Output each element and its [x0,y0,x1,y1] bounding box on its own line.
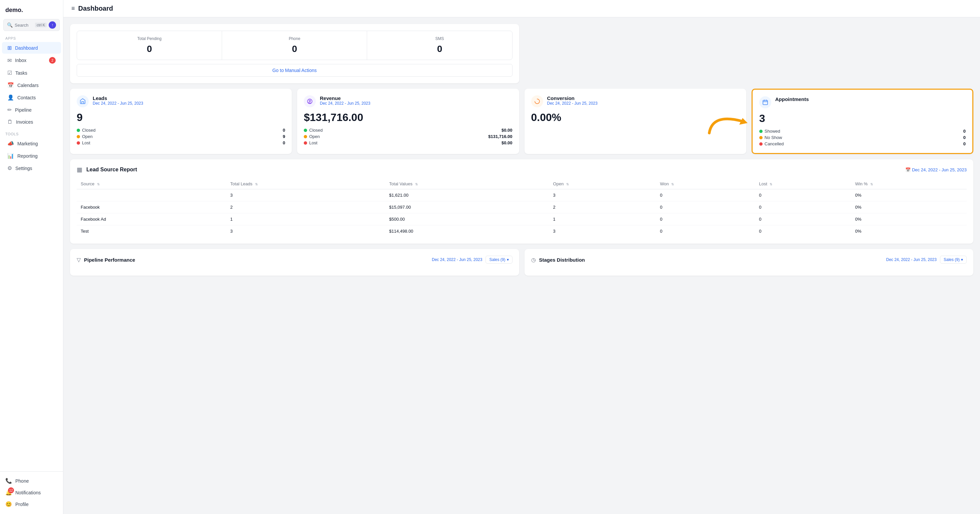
sms-stat: SMS 0 [367,31,512,60]
leads-closed-row: Closed 0 [77,128,285,133]
row3-win-pct: 0% [851,213,967,225]
leads-card: Leads Dec 24, 2022 - Jun 25, 2023 9 Clos… [70,89,292,154]
pipeline-dropdown-label: Sales (9) [489,257,505,262]
sidebar-item-label-contacts: Contacts [18,95,36,100]
col-win-pct: Win % ⇅ [851,179,967,189]
sidebar-item-settings[interactable]: ⚙ Settings [2,162,61,174]
sidebar-item-tasks[interactable]: ☑ Tasks [2,67,61,79]
revenue-lost-label: Lost [304,140,317,145]
leads-lost-label: Lost [77,140,91,145]
sidebar-item-label-dashboard: Dashboard [15,45,38,51]
search-bar[interactable]: 🔍 Search ctrl K ↑ [3,19,60,31]
revenue-open-label: Open [304,134,320,139]
row3-total-leads: 1 [226,213,385,225]
conversion-total: 0.00% [531,111,740,124]
pipeline-date: Dec 24, 2022 - Jun 25, 2023 [432,257,482,262]
sidebar-item-label-profile: Profile [15,502,29,507]
sidebar-item-notifications[interactable]: 🔔 12 Notifications [0,487,63,498]
col-won: Won ⇅ [656,179,755,189]
sidebar-item-pipeline[interactable]: ✏ Pipeline [2,104,61,116]
leads-open-value: 9 [283,134,285,139]
top-section: Total Pending 0 Phone 0 SMS 0 Go to Manu… [70,24,973,83]
appointments-card: Appointments 3 Showed 0 No Show 0 Cancel… [752,89,973,154]
row1-total-leads: 3 [226,189,385,201]
row2-win-pct: 0% [851,201,967,213]
sidebar-item-label-reporting: Reporting [18,153,38,159]
sidebar-item-label-settings: Settings [15,166,32,171]
col-source: Source ⇅ [77,179,226,189]
sort-values-icon[interactable]: ⇅ [415,182,418,186]
pipeline-icon: ✏ [7,107,12,113]
reporting-icon: 📊 [7,153,14,159]
sidebar-item-phone[interactable]: 📞 Phone [0,475,63,487]
revenue-open-value: $131,716.00 [488,134,512,139]
leads-breakdown: Closed 0 Open 9 Lost 0 [77,128,285,145]
sort-source-icon[interactable]: ⇅ [97,182,100,186]
table-row: Facebook Ad 1 $500.00 1 0 0 0% [77,213,967,225]
revenue-lost-value: $0.00 [501,140,512,145]
revenue-breakdown: Closed $0.00 Open $131,716.00 Lost $0.00 [304,128,512,145]
sidebar-item-contacts[interactable]: 👤 Contacts [2,92,61,103]
lead-source-report-header: ▦ Lead Source Report 📅 Dec 24, 2022 - Ju… [77,166,967,173]
revenue-header: Revenue Dec 24, 2022 - Jun 25, 2023 [304,95,512,107]
leads-open-dot [77,135,80,138]
lead-source-report-card: ▦ Lead Source Report 📅 Dec 24, 2022 - Ju… [70,159,973,244]
lead-source-table-body: 3 $1,621.00 3 0 0 0% Facebook 2 $15,097.… [77,189,967,237]
sidebar: demo. 🔍 Search ctrl K ↑ Apps ⊞ Dashboard… [0,0,64,514]
row3-source: Facebook Ad [77,213,226,225]
lead-source-date-text: Dec 24, 2022 - Jun 25, 2023 [912,167,967,172]
row3-open: 1 [549,213,656,225]
leads-header: Leads Dec 24, 2022 - Jun 25, 2023 [77,95,285,107]
goto-manual-actions-button[interactable]: Go to Manual Actions [77,64,512,77]
row4-total-leads: 3 [226,225,385,237]
notifications-icon-wrap: 🔔 12 [5,489,12,496]
stages-dropdown-button[interactable]: Sales (9) ▾ [940,255,967,264]
sort-open-icon[interactable]: ⇅ [566,182,569,186]
pipeline-dropdown-button[interactable]: Sales (9) ▾ [485,255,512,264]
sidebar-item-calendars[interactable]: 📅 Calendars [2,79,61,91]
stages-icon: ◷ [531,257,536,263]
sort-winpct-icon[interactable]: ⇅ [870,182,873,186]
upgrade-icon[interactable]: ↑ [49,21,56,29]
dashboard-icon: ⊞ [7,44,12,51]
stages-controls: Dec 24, 2022 - Jun 25, 2023 Sales (9) ▾ [886,255,967,264]
notifications-badge: 12 [8,487,14,493]
revenue-lost-dot [304,141,307,145]
lead-source-table: Source ⇅ Total Leads ⇅ Total Values ⇅ Op… [77,179,967,237]
sidebar-item-marketing[interactable]: 📣 Marketing [2,138,61,149]
leads-lost-dot [77,141,80,145]
profile-icon: 😊 [5,501,12,507]
sidebar-item-label-notifications: Notifications [15,490,41,495]
sort-leads-icon[interactable]: ⇅ [255,182,258,186]
app-logo: demo. [0,4,63,19]
appointments-cancelled-value: 0 [963,141,966,146]
sidebar-item-dashboard[interactable]: ⊞ Dashboard [2,42,61,54]
row3-total-values: $500.00 [385,213,549,225]
appointments-cancelled-row: Cancelled 0 [759,141,966,146]
conversion-title-group: Conversion Dec 24, 2022 - Jun 25, 2023 [547,95,598,106]
row4-open: 3 [549,225,656,237]
lead-source-date: 📅 Dec 24, 2022 - Jun 25, 2023 [905,167,967,172]
sidebar-item-reporting[interactable]: 📊 Reporting [2,150,61,162]
appointments-title: Appointments [775,96,809,102]
sort-lost-icon[interactable]: ⇅ [770,182,772,186]
total-pending-label: Total Pending [82,36,216,41]
leads-title: Leads [93,95,143,101]
sidebar-item-profile[interactable]: 😊 Profile [0,498,63,510]
sidebar-item-invoices[interactable]: 🗒 Invoices [2,116,61,128]
row2-source: Facebook [77,201,226,213]
sidebar-item-inbox[interactable]: ✉ Inbox 2 [2,54,61,66]
revenue-closed-value: $0.00 [501,128,512,133]
showed-dot [759,130,763,133]
pipeline-performance-card: ▽ Pipeline Performance Dec 24, 2022 - Ju… [70,249,519,276]
chevron-down-icon-stages: ▾ [961,257,963,262]
settings-icon: ⚙ [7,165,12,171]
menu-icon[interactable]: ≡ [72,5,75,12]
appointments-breakdown: Showed 0 No Show 0 Cancelled 0 [759,128,966,146]
sort-won-icon[interactable]: ⇅ [671,182,674,186]
inbox-icon: ✉ [7,57,12,63]
revenue-open-dot [304,135,307,138]
leads-date: Dec 24, 2022 - Jun 25, 2023 [93,101,143,106]
revenue-card: Revenue Dec 24, 2022 - Jun 25, 2023 $131… [297,89,519,154]
row1-open: 3 [549,189,656,201]
